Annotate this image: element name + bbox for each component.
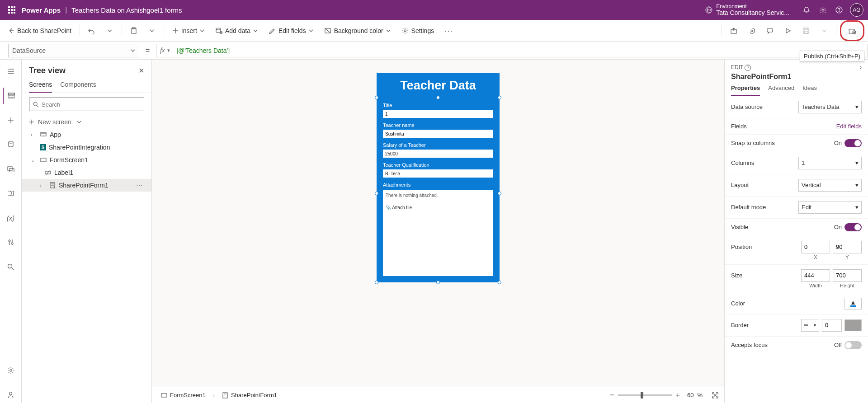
color-picker[interactable] (844, 298, 862, 309)
tree-item-label1[interactable]: Label1 (22, 166, 151, 179)
undo-button[interactable] (84, 23, 100, 39)
field-label-name: Teacher name (383, 122, 493, 128)
form-title-label: Teacher Data (377, 73, 500, 98)
attach-file-link[interactable]: 📎 Attach file (386, 205, 412, 210)
accepts-focus-toggle[interactable] (844, 341, 862, 349)
fx-dropdown-icon[interactable]: ▾ (167, 47, 170, 53)
height-input[interactable] (833, 269, 862, 282)
form-preview[interactable]: Teacher Data Title Teacher name Salary o… (377, 73, 500, 282)
border-style-select[interactable]: ━▾ (801, 319, 819, 332)
field-input-qual[interactable] (383, 169, 493, 178)
waffle-icon[interactable] (8, 6, 15, 14)
tools-rail-icon[interactable] (3, 234, 19, 250)
border-width-input[interactable] (822, 319, 842, 332)
back-button[interactable]: Back to SharePoint (4, 24, 76, 37)
tree-item-app[interactable]: › App (22, 128, 151, 141)
tab-advanced[interactable]: Advanced (768, 84, 794, 96)
field-input-salary[interactable] (383, 150, 493, 158)
paste-dropdown[interactable] (144, 23, 160, 39)
search-input[interactable] (42, 101, 140, 108)
add-data-button[interactable]: Add data (211, 24, 262, 37)
share-button[interactable] (726, 23, 742, 39)
formula-input[interactable]: fx ▾ [@'Teachers Data'] (156, 44, 868, 57)
svg-point-6 (839, 11, 839, 12)
save-button[interactable] (798, 23, 814, 39)
bg-color-button[interactable]: Background color (320, 24, 395, 37)
tab-screens[interactable]: Screens (29, 81, 52, 93)
border-color-picker[interactable] (844, 319, 862, 331)
tab-properties[interactable]: Properties (731, 84, 760, 96)
width-input[interactable] (801, 269, 830, 282)
undo-dropdown[interactable] (102, 23, 118, 39)
focus-state: Off (834, 342, 842, 348)
comments-button[interactable] (762, 23, 778, 39)
virtual-agent-icon[interactable] (3, 387, 19, 403)
field-input-title[interactable] (383, 110, 493, 118)
hamburger-icon[interactable] (3, 63, 19, 80)
columns-select[interactable]: 1▾ (798, 157, 862, 169)
settings-button[interactable]: Settings (397, 24, 439, 37)
fit-screen-button[interactable] (712, 392, 719, 399)
edit-fields-link[interactable]: Edit fields (836, 123, 862, 130)
snap-toggle[interactable] (844, 139, 862, 147)
environment-picker[interactable]: Environment Tata Consultancy Servic... (705, 4, 789, 17)
new-screen-button[interactable]: New screen (22, 116, 151, 128)
flows-rail-icon[interactable] (3, 185, 19, 202)
checker-button[interactable] (744, 23, 760, 39)
property-selector[interactable]: DataSource (8, 44, 139, 57)
settings-gear-icon[interactable] (815, 2, 831, 18)
tree-view-icon[interactable] (3, 88, 19, 104)
data-rail-icon[interactable] (3, 136, 19, 153)
expand-icon[interactable]: › (860, 64, 862, 70)
command-bar: Back to SharePoint Insert Add data Edit … (0, 20, 868, 42)
field-input-name[interactable] (383, 130, 493, 138)
attachments-box[interactable]: There is nothing attached. 📎 Attach file (383, 190, 493, 276)
pos-x-input[interactable] (801, 241, 830, 253)
user-avatar[interactable]: AG (850, 3, 863, 17)
columns-label: Columns (731, 159, 754, 166)
more-commands[interactable]: ⋯ (440, 23, 457, 39)
tree-item-sharepointform1[interactable]: › SharePointForm1 ⋯ (22, 179, 151, 192)
tree-item-spintegration[interactable]: S SharePointIntegration (22, 141, 151, 154)
svg-point-46 (33, 102, 37, 106)
tab-ideas[interactable]: Ideas (802, 84, 817, 96)
env-name: Tata Consultancy Servic... (716, 9, 789, 16)
data-source-select[interactable]: Teachers Data▾ (798, 101, 862, 113)
variables-rail-icon[interactable]: (x) (3, 210, 19, 226)
close-icon[interactable]: ✕ (138, 66, 144, 75)
pos-y-input[interactable] (833, 241, 862, 253)
search-rail-icon[interactable] (3, 258, 19, 275)
edit-fields-button[interactable]: Edit fields (264, 24, 318, 37)
settings-rail-icon[interactable] (3, 362, 19, 379)
help-icon[interactable] (831, 2, 847, 18)
breadcrumb-sharepointform1[interactable]: SharePointForm1 (218, 390, 281, 400)
visible-toggle[interactable] (844, 223, 862, 231)
notifications-icon[interactable] (798, 2, 815, 18)
zoom-out-button[interactable]: − (609, 390, 614, 400)
zoom-slider[interactable] (618, 394, 672, 396)
insert-rail-icon[interactable] (3, 112, 19, 128)
height-sublabel: Height (833, 283, 862, 288)
env-label: Environment (716, 4, 789, 9)
zoom-value: 60 (687, 392, 693, 398)
edit-label: EDIT (731, 64, 743, 70)
info-icon[interactable]: ? (745, 65, 751, 71)
zoom-in-button[interactable]: + (676, 391, 680, 399)
save-dropdown[interactable] (816, 23, 832, 39)
layout-select[interactable]: Vertical▾ (798, 179, 862, 192)
svg-point-42 (8, 264, 12, 268)
breadcrumb-formscreen1[interactable]: FormScreen1 (157, 390, 209, 400)
paste-button[interactable] (126, 23, 142, 39)
default-mode-select[interactable]: Edit▾ (798, 201, 862, 214)
publish-button[interactable] (840, 20, 864, 41)
insert-button[interactable]: Insert (168, 24, 209, 37)
tab-components[interactable]: Components (60, 81, 96, 93)
publish-tooltip: Publish (Ctrl+Shift+P) (800, 51, 864, 62)
preview-button[interactable] (780, 23, 796, 39)
attach-link-label: Attach file (392, 205, 412, 210)
media-rail-icon[interactable] (3, 161, 19, 177)
tree-item-formscreen1[interactable]: ⌄ FormScreen1 (22, 154, 151, 166)
tree-search[interactable] (29, 98, 144, 111)
item-more-icon[interactable]: ⋯ (136, 182, 148, 189)
tree-view-panel: Tree view ✕ Screens Components New scree… (22, 60, 152, 403)
